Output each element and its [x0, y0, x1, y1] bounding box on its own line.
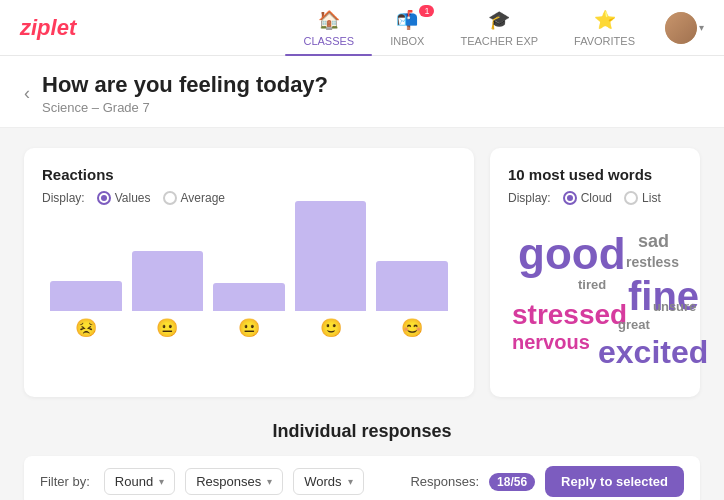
bar — [295, 201, 367, 311]
nav-favorites-label: FAVORITES — [574, 35, 635, 47]
reply-button[interactable]: Reply to selected — [545, 466, 684, 497]
avatar[interactable] — [665, 12, 697, 44]
nav-inbox[interactable]: 📬 INBOX 1 — [372, 1, 442, 55]
bar — [132, 251, 204, 311]
words-cloud-label: Cloud — [581, 191, 612, 205]
bar-column: 😐 — [132, 251, 204, 339]
word-cloud-item: stressed — [512, 299, 627, 331]
words-filter-caret: ▾ — [348, 476, 353, 487]
list-radio-dot — [624, 191, 638, 205]
words-card: 10 most used words Display: Cloud List g… — [490, 148, 700, 397]
reactions-values-label: Values — [115, 191, 151, 205]
filter-label: Filter by: — [40, 474, 90, 489]
reactions-display-row: Display: Values Average — [42, 191, 456, 205]
classes-icon: 🏠 — [318, 9, 340, 31]
bar-emoji: 😐 — [156, 317, 178, 339]
bar — [50, 281, 122, 311]
word-cloud-item: restless — [626, 254, 679, 270]
inbox-badge: 1 — [419, 5, 434, 17]
values-radio-dot — [97, 191, 111, 205]
main-content: Reactions Display: Values Average 😣😐😐🙂😊 … — [0, 128, 724, 500]
page-subtitle: Science – Grade 7 — [42, 100, 328, 115]
bar-column: 😐 — [213, 283, 285, 339]
bar-emoji: 😐 — [238, 317, 260, 339]
responses-count-label: Responses: — [410, 474, 479, 489]
bar-column: 🙂 — [295, 201, 367, 339]
nav-teacher-exp[interactable]: 🎓 TEACHER EXP — [442, 1, 556, 55]
word-cloud-item: good — [518, 229, 626, 279]
bar — [376, 261, 448, 311]
reactions-values-radio[interactable]: Values — [97, 191, 151, 205]
page-title-group: How are you feeling today? Science – Gra… — [42, 72, 328, 115]
words-list-radio[interactable]: List — [624, 191, 661, 205]
avatar-image — [665, 12, 697, 44]
responses-badge: 18/56 — [489, 473, 535, 491]
words-cloud-radio[interactable]: Cloud — [563, 191, 612, 205]
back-button[interactable]: ‹ — [24, 83, 30, 104]
word-cloud: goodsadrestlesstiredfinestressedgreatuns… — [508, 219, 682, 379]
filter-bar: Filter by: Round ▾ Responses ▾ Words ▾ R… — [24, 456, 700, 500]
word-cloud-item: excited — [598, 334, 708, 371]
cloud-radio-dot — [563, 191, 577, 205]
responses-filter[interactable]: Responses ▾ — [185, 468, 283, 495]
word-cloud-item: nervous — [512, 331, 590, 354]
individual-responses-title: Individual responses — [24, 421, 700, 442]
words-filter-label: Words — [304, 474, 341, 489]
avatar-chevron: ▾ — [699, 22, 704, 33]
words-title: 10 most used words — [508, 166, 682, 183]
logo: ziplet — [20, 15, 76, 41]
bar-emoji: 🙂 — [320, 317, 342, 339]
header: ziplet 🏠 CLASSES 📬 INBOX 1 🎓 TEACHER EXP… — [0, 0, 724, 56]
round-filter-caret: ▾ — [159, 476, 164, 487]
nav-classes[interactable]: 🏠 CLASSES — [285, 1, 372, 55]
reactions-card: Reactions Display: Values Average 😣😐😐🙂😊 — [24, 148, 474, 397]
bar — [213, 283, 285, 311]
teacher-exp-icon: 🎓 — [488, 9, 510, 31]
round-filter-label: Round — [115, 474, 153, 489]
bar-emoji: 😊 — [401, 317, 423, 339]
inbox-icon: 📬 — [396, 9, 418, 31]
bar-column: 😊 — [376, 261, 448, 339]
words-display-row: Display: Cloud List — [508, 191, 682, 205]
reactions-average-radio[interactable]: Average — [163, 191, 225, 205]
word-cloud-item: unsure — [653, 299, 696, 314]
responses-filter-label: Responses — [196, 474, 261, 489]
nav-teacher-exp-label: TEACHER EXP — [460, 35, 538, 47]
word-cloud-item: great — [618, 317, 650, 332]
bar-column: 😣 — [50, 281, 122, 339]
words-list-label: List — [642, 191, 661, 205]
page-header: ‹ How are you feeling today? Science – G… — [0, 56, 724, 128]
word-cloud-item: tired — [578, 277, 606, 292]
bar-chart: 😣😐😐🙂😊 — [42, 219, 456, 339]
bar-emoji: 😣 — [75, 317, 97, 339]
cards-row: Reactions Display: Values Average 😣😐😐🙂😊 … — [24, 148, 700, 397]
round-filter[interactable]: Round ▾ — [104, 468, 175, 495]
main-nav: 🏠 CLASSES 📬 INBOX 1 🎓 TEACHER EXP ⭐ FAVO… — [285, 1, 653, 55]
favorites-icon: ⭐ — [594, 9, 616, 31]
reactions-title: Reactions — [42, 166, 456, 183]
nav-favorites[interactable]: ⭐ FAVORITES — [556, 1, 653, 55]
average-radio-dot — [163, 191, 177, 205]
words-display-label: Display: — [508, 191, 551, 205]
word-cloud-item: sad — [638, 231, 669, 252]
reactions-average-label: Average — [181, 191, 225, 205]
responses-filter-caret: ▾ — [267, 476, 272, 487]
nav-inbox-label: INBOX — [390, 35, 424, 47]
words-filter[interactable]: Words ▾ — [293, 468, 363, 495]
reactions-display-label: Display: — [42, 191, 85, 205]
nav-classes-label: CLASSES — [303, 35, 354, 47]
page-title: How are you feeling today? — [42, 72, 328, 98]
